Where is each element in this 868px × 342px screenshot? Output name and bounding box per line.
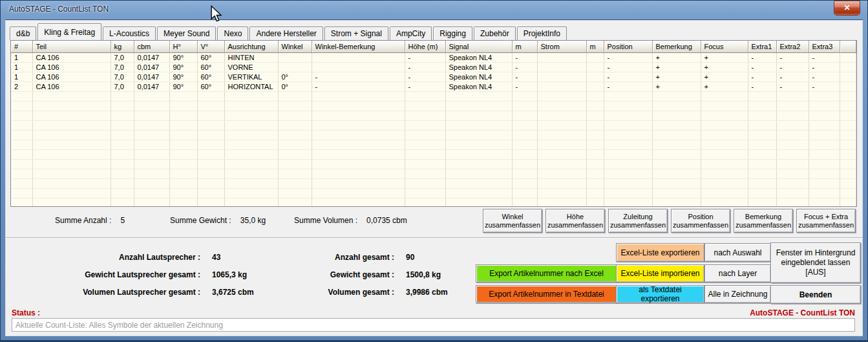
cell — [111, 160, 134, 169]
cell: 0,0147 — [134, 82, 169, 92]
cell — [278, 150, 312, 160]
tab-nexo[interactable]: Nexo — [217, 27, 248, 40]
cell — [32, 189, 111, 198]
zuleitung-zusammenfassen-button[interactable]: Zuleitungzusammenfassen — [608, 209, 668, 233]
column-header[interactable]: Position — [604, 41, 652, 53]
column-header[interactable]: H° — [169, 41, 197, 53]
cell — [224, 121, 278, 131]
cell — [809, 150, 840, 160]
table-row[interactable]: 1CA 1067,00,014790°60°HINTEN -Speakon NL… — [11, 53, 856, 63]
close-button[interactable]: ✕ — [834, 1, 860, 16]
tab-label: Zubehör — [480, 29, 509, 38]
tab-strip: d&bKling & FreitagL-AcousticsMeyer Sound… — [10, 23, 568, 40]
table-row[interactable]: 1CA 1067,00,014790°60°VORNE -Speakon NL4… — [11, 63, 856, 72]
tab-andere-hersteller[interactable]: Andere Hersteller — [249, 27, 323, 40]
column-header[interactable]: m — [586, 41, 604, 53]
summe-volumen-value: 0,0735 cbm — [366, 216, 407, 225]
cell: + — [652, 63, 701, 72]
totals-row: Anzahl Lautsprecher :43 — [12, 253, 254, 262]
cell: 0° — [278, 72, 312, 82]
cell — [197, 121, 224, 131]
column-header[interactable]: Bemerkung — [652, 41, 701, 53]
button-label-line1: Focus + Extra — [804, 213, 848, 221]
totals-value: 1065,3 kg — [212, 270, 247, 279]
beenden-button[interactable]: Beenden — [770, 285, 861, 304]
export-artikelnummer-textdatei-button[interactable]: Export Artikelnummer in Textdatei — [476, 285, 617, 303]
nach-auswahl-button[interactable]: nach Auswahl — [704, 243, 771, 262]
cell — [197, 111, 224, 121]
cell — [748, 198, 776, 208]
cell: - — [312, 72, 405, 82]
column-header[interactable]: Teil — [32, 41, 111, 53]
column-header[interactable]: Extra2 — [776, 41, 809, 53]
cell — [586, 198, 604, 208]
table-row[interactable]: 1CA 1067,00,014790°60°VERTIKAL0°--Speako… — [11, 72, 856, 82]
position-zusammenfassen-button[interactable]: Positionzusammenfassen — [671, 209, 730, 233]
cell — [748, 131, 776, 140]
tab-d-b[interactable]: d&b — [10, 27, 36, 40]
tab-rigging[interactable]: Rigging — [433, 27, 472, 40]
cell — [405, 140, 445, 150]
bemerkung-zusammenfassen-button[interactable]: Bemerkungzusammenfassen — [734, 209, 793, 233]
column-header[interactable]: kg — [111, 41, 134, 53]
column-header[interactable]: Focus — [701, 41, 748, 53]
cell — [840, 179, 856, 189]
column-header[interactable]: Extra1 — [748, 41, 776, 53]
column-header[interactable]: cbm — [134, 41, 169, 53]
column-header[interactable]: Höhe (m) — [405, 41, 445, 53]
table-filler-row — [11, 189, 856, 198]
cell — [776, 131, 809, 140]
cell — [586, 63, 604, 72]
cell — [197, 198, 224, 208]
fenster-hintergrund-button[interactable]: Fenster im Hintergrund eingeblendet lass… — [770, 242, 861, 283]
column-header[interactable] — [840, 41, 856, 53]
h-he-zusammenfassen-button[interactable]: Höhezusammenfassen — [545, 209, 605, 233]
tab-meyer-sound[interactable]: Meyer Sound — [157, 27, 216, 40]
cell — [312, 131, 405, 140]
table-filler-row — [11, 121, 856, 131]
tab-zubeh-r[interactable]: Zubehör — [474, 27, 516, 40]
cell — [537, 102, 586, 111]
column-header[interactable]: V° — [197, 41, 224, 53]
tab-kling-freitag[interactable]: Kling & Freitag — [37, 23, 101, 40]
tab-ampcity[interactable]: AmpCity — [390, 27, 432, 40]
column-header[interactable]: # — [11, 41, 32, 53]
column-header[interactable]: Winkel-Bemerkung — [312, 41, 405, 53]
column-header[interactable]: Signal — [445, 41, 512, 53]
winkel-zusammenfassen-button[interactable]: Winkelzusammenfassen — [483, 209, 542, 233]
column-header[interactable]: m — [512, 41, 537, 53]
button-label-line1: Position — [688, 213, 713, 221]
totals-value: 1500,8 kg — [406, 270, 441, 279]
cell — [224, 198, 278, 208]
tab-strom-signal[interactable]: Strom + Signal — [324, 27, 388, 40]
cell: CA 106 — [32, 63, 111, 72]
cell — [586, 53, 604, 63]
cell — [652, 189, 701, 198]
cell — [537, 53, 586, 63]
export-artikelnummer-excel-button[interactable]: Export Artikelnummer nach Excel — [476, 264, 617, 283]
status-input[interactable] — [12, 318, 855, 332]
tab-label: Andere Hersteller — [256, 29, 316, 38]
alle-in-zeichnung-button[interactable]: Alle in Zeichnung — [704, 285, 771, 303]
cell: VERTIKAL — [224, 72, 278, 82]
focus-extra-zusammenfassen-button[interactable]: Focus + Extrazusammenfassen — [796, 209, 856, 233]
excel-liste-exportieren-button[interactable]: Excel-Liste exportieren — [616, 243, 704, 262]
close-icon: ✕ — [843, 3, 850, 12]
cell — [840, 198, 856, 208]
table-row[interactable]: 2CA 1067,00,014790°60°HORIZONTAL0°--Spea… — [11, 82, 856, 92]
button-label-line2: zusammenfassen — [798, 221, 854, 230]
excel-liste-importieren-button[interactable]: Excel-Liste importieren — [616, 264, 704, 283]
cell — [512, 140, 537, 150]
cell — [748, 179, 776, 189]
table-filler-row — [11, 169, 856, 179]
column-header[interactable]: Ausrichtung — [224, 41, 278, 53]
tab-l-acoustics[interactable]: L-Acoustics — [103, 27, 156, 40]
als-textdatei-exportieren-button[interactable]: als Textdatei exportieren — [616, 285, 704, 303]
tab-projektinfo[interactable]: ProjektInfo — [517, 27, 567, 40]
column-header[interactable]: Winkel — [278, 41, 312, 53]
column-header[interactable]: Extra3 — [809, 41, 840, 53]
nach-layer-button[interactable]: nach Layer — [704, 264, 771, 283]
column-header[interactable]: Strom — [537, 41, 586, 53]
cell — [512, 150, 537, 160]
cell: - — [405, 82, 445, 92]
